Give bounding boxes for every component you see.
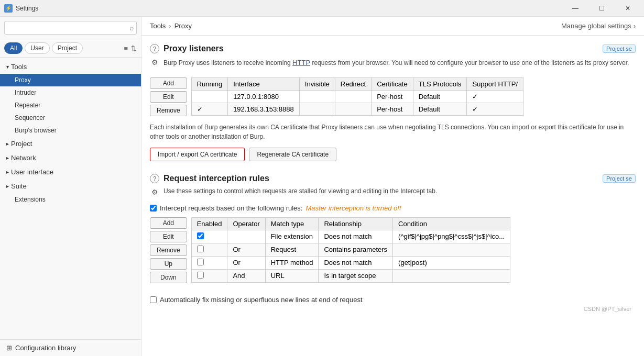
manage-global-settings[interactable]: Manage global settings ›: [561, 22, 636, 30]
cell-interface: 192.168.3.153:8888: [228, 103, 300, 115]
sidebar-item-intruder[interactable]: Intruder: [0, 86, 141, 99]
cell-match-type: URL: [265, 269, 319, 282]
intercept-warning: Master interception is turned off: [305, 204, 401, 212]
sidebar-group-network[interactable]: ▸ Network: [0, 151, 141, 165]
sort-icons: ≡ ⇅: [124, 44, 137, 52]
proxy-table-wrap: Add Edit Remove Running Interface Invisi…: [150, 77, 636, 116]
table-row[interactable]: Or Request Contains parameters: [191, 243, 510, 256]
sidebar-item-extensions[interactable]: Extensions: [0, 193, 141, 206]
breadcrumb-tools[interactable]: Tools: [150, 22, 166, 30]
cell-running: ✓: [191, 103, 227, 115]
userinterface-arrow-icon: ▸: [6, 169, 9, 175]
sidebar-item-repeater[interactable]: Repeater: [0, 99, 141, 112]
sidebar-item-burpbrowser[interactable]: Burp's browser: [0, 124, 141, 137]
rule-enabled-checkbox[interactable]: [197, 246, 204, 252]
proxy-listeners-badge: Project se: [603, 44, 636, 53]
tab-project[interactable]: Project: [52, 42, 83, 54]
cell-enabled[interactable]: [191, 230, 227, 243]
col-interface: Interface: [228, 77, 300, 90]
cell-running: [191, 90, 227, 103]
rule-enabled-checkbox[interactable]: [197, 232, 204, 239]
app-icon: ⚡: [4, 4, 13, 13]
col-enabled: Enabled: [191, 217, 227, 230]
proxy-edit-button[interactable]: Edit: [150, 91, 187, 103]
intercept-remove-button[interactable]: Remove: [150, 244, 187, 256]
regenerate-ca-button[interactable]: Regenerate CA certificate: [249, 148, 336, 161]
cell-invisible: [299, 90, 335, 103]
sidebar-group-userinterface[interactable]: ▸ User interface: [0, 165, 141, 179]
table-row[interactable]: 127.0.0.1:8080 Per-host Default ✓: [191, 90, 523, 103]
proxy-listeners-help-icon[interactable]: ?: [150, 44, 159, 53]
cell-condition: [393, 243, 510, 256]
content-header: Tools › Proxy Manage global settings ›: [141, 17, 644, 36]
cell-enabled[interactable]: [191, 269, 227, 282]
sidebar-group-suite[interactable]: ▸ Suite: [0, 179, 141, 193]
config-library-label: Configuration library: [15, 344, 76, 352]
intercept-add-button[interactable]: Add: [150, 217, 187, 229]
intercept-down-button[interactable]: Down: [150, 272, 187, 283]
sidebar-tabs: All User Project ≡ ⇅: [0, 39, 141, 58]
intercept-table-wrap: Add Edit Remove Up Down Enabled Operator: [150, 217, 636, 283]
auto-fix-checkbox[interactable]: [150, 296, 157, 303]
tab-all[interactable]: All: [4, 42, 23, 54]
sort-alpha-icon[interactable]: ≡: [124, 44, 128, 52]
proxy-add-button[interactable]: Add: [150, 77, 187, 89]
sidebar-item-proxy[interactable]: Proxy: [0, 74, 141, 86]
sidebar-group-project[interactable]: ▸ Project: [0, 137, 141, 151]
sidebar-search-area: [0, 17, 141, 39]
sidebar-item-sequencer[interactable]: Sequencer: [0, 112, 141, 124]
cell-relationship: Is in target scope: [319, 269, 393, 282]
intercept-up-button[interactable]: Up: [150, 258, 187, 270]
minimize-button[interactable]: —: [563, 0, 587, 17]
interception-gear-icon[interactable]: ⚙: [150, 187, 159, 197]
sidebar: All User Project ≡ ⇅ ▾ Tools Proxy Intru…: [0, 17, 141, 356]
proxy-listeners-gear-icon[interactable]: ⚙: [150, 58, 159, 67]
intercept-checkbox[interactable]: [150, 205, 157, 212]
suite-group-label: Suite: [11, 182, 27, 190]
cell-enabled[interactable]: [191, 243, 227, 256]
table-row[interactable]: ✓ 192.168.3.153:8888 Per-host Default ✓: [191, 103, 523, 115]
import-export-ca-button[interactable]: Import / export CA certificate: [150, 148, 245, 161]
rule-enabled-checkbox[interactable]: [197, 272, 204, 279]
manage-arrow-icon: ›: [634, 22, 636, 30]
suite-arrow-icon: ▸: [6, 183, 9, 189]
interception-help-icon[interactable]: ?: [150, 174, 159, 183]
cell-operator: [227, 230, 265, 243]
col-condition: Condition: [393, 217, 510, 230]
table-row[interactable]: And URL Is in target scope: [191, 269, 510, 282]
proxy-table-buttons: Add Edit Remove: [150, 77, 187, 116]
col-operator: Operator: [227, 217, 265, 230]
content-body: ? Proxy listeners Project se ⚙ Burp Prox…: [141, 36, 644, 356]
cell-relationship: Does not match: [319, 256, 393, 269]
http-link[interactable]: HTTP: [292, 59, 310, 66]
rule-enabled-checkbox[interactable]: [197, 259, 204, 265]
sidebar-nav: ▾ Tools Proxy Intruder Repeater Sequence…: [0, 58, 141, 339]
maximize-button[interactable]: ☐: [590, 0, 614, 17]
tab-user[interactable]: User: [25, 42, 49, 54]
breadcrumb: Tools › Proxy: [150, 22, 192, 30]
table-row[interactable]: Or HTTP method Does not match (get|post): [191, 256, 510, 269]
app-title: Settings: [16, 5, 563, 12]
proxy-listeners-table: Running Interface Invisible Redirect Cer…: [191, 77, 523, 116]
cell-relationship: Contains parameters: [319, 243, 393, 256]
col-invisible: Invisible: [299, 77, 335, 90]
sidebar-group-tools[interactable]: ▾ Tools: [0, 60, 141, 74]
close-button[interactable]: ✕: [616, 0, 640, 17]
col-support: Support HTTP/: [467, 77, 523, 90]
intercept-edit-button[interactable]: Edit: [150, 231, 187, 242]
cell-enabled[interactable]: [191, 256, 227, 269]
search-input[interactable]: [4, 21, 137, 35]
cell-invisible: [299, 103, 335, 115]
configuration-library[interactable]: ⊞ Configuration library: [0, 339, 141, 356]
cell-certificate: Per-host: [372, 90, 413, 103]
sort-order-icon[interactable]: ⇅: [131, 44, 137, 52]
project-arrow-icon: ▸: [6, 141, 9, 147]
intercept-rules-table: Enabled Operator Match type Relationship…: [191, 217, 510, 283]
table-row[interactable]: File extension Does not match (^gif$|^jp…: [191, 230, 510, 243]
proxy-remove-button[interactable]: Remove: [150, 105, 187, 116]
col-match-type: Match type: [265, 217, 319, 230]
cell-support: ✓: [467, 90, 523, 103]
tools-group-label: Tools: [11, 63, 27, 71]
breadcrumb-proxy: Proxy: [174, 22, 192, 30]
cell-redirect: [335, 103, 371, 115]
